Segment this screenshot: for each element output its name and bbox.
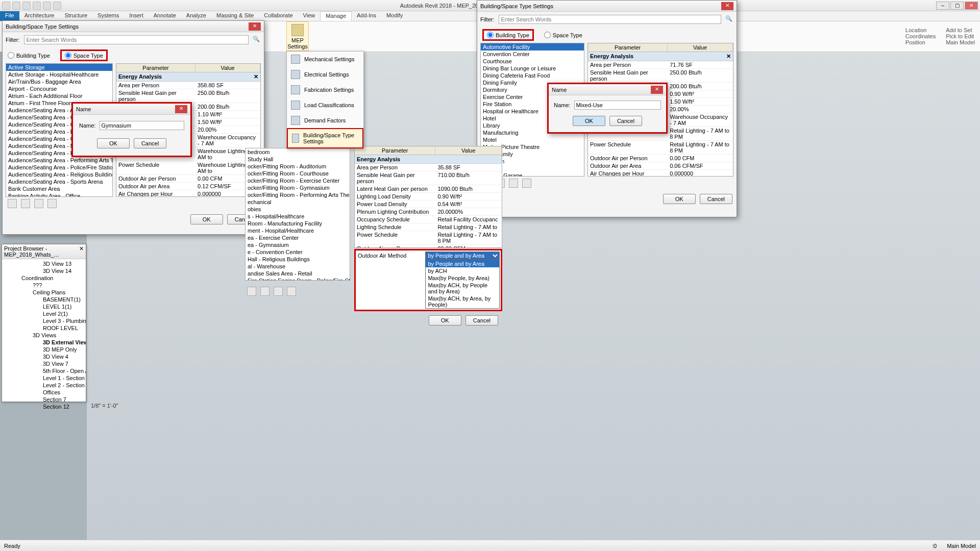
rename-icon[interactable]	[509, 179, 518, 188]
space-type-radio[interactable]: Space Type	[544, 29, 582, 41]
list-item[interactable]: e - Convention Center	[246, 248, 350, 256]
tree-node[interactable]: Level 2(1)	[3, 310, 85, 317]
duplicate-icon[interactable]	[21, 199, 30, 208]
energy-category[interactable]: Energy Analysis✕	[588, 52, 733, 61]
list-item[interactable]: Dining Bar Lounge or Leisure	[481, 65, 584, 72]
tree-node[interactable]: Level 3 - Plumbin	[3, 317, 85, 324]
cancel-button[interactable]: Cancel	[134, 138, 166, 148]
redo-icon[interactable]	[43, 2, 51, 10]
tree-node[interactable]: 3D Views	[3, 332, 85, 339]
list-item[interactable]: Audience/Seating Area - Sports Arena	[6, 178, 112, 185]
list-item[interactable]: Active Storage - Hospital/Healthcare	[6, 71, 112, 78]
list-item[interactable]: al - Warehouse	[246, 263, 350, 270]
tab-structure[interactable]: Structure	[59, 11, 92, 21]
list-item[interactable]: ea - Gymnasium	[246, 241, 350, 248]
dropdown-option[interactable]: by ACH	[426, 267, 499, 274]
ok-button[interactable]: OK	[97, 138, 130, 148]
tree-node[interactable]: Offices	[3, 389, 85, 396]
param-value[interactable]: 20.00 CFM	[435, 245, 502, 248]
list-item[interactable]: ea - Exercise Center	[246, 234, 350, 241]
list-item[interactable]: Hall - Religious Buildings	[246, 256, 350, 263]
tree-node[interactable]: Section 7	[3, 396, 85, 403]
param-value[interactable]: 20.00%	[195, 126, 260, 133]
name-input[interactable]	[574, 101, 661, 110]
add-to-set-button[interactable]: Add to Set	[946, 27, 975, 33]
list-item[interactable]: Audience/Seating Area - Religious Buildi…	[6, 171, 112, 178]
tree-node[interactable]: Level 2 - Section	[3, 382, 85, 389]
param-value[interactable]: Retail Lighting - 7 AM to 8 PM	[435, 231, 502, 244]
location-button[interactable]: Location	[905, 27, 936, 33]
print-icon[interactable]	[53, 2, 61, 10]
open-icon[interactable]	[12, 2, 20, 10]
list-item[interactable]: ocker/Fitting Room - Gymnasium	[246, 184, 350, 191]
menu-electrical-settings[interactable]: Electrical Settings	[287, 67, 363, 82]
close-icon[interactable]: ✕	[651, 86, 663, 94]
outdoor-air-method-select[interactable]: by People and by Area	[425, 252, 500, 260]
param-value[interactable]: 71.76 SF	[668, 61, 733, 68]
param-value[interactable]: 1.10 W/ft²	[195, 111, 260, 118]
param-value[interactable]: Retail Lighting - 7 AM to 8 PM	[668, 141, 733, 154]
param-value[interactable]: Retail Lighting - 7 AM to	[435, 223, 502, 231]
tree-node[interactable]: LEVEL 1(1)	[3, 303, 85, 310]
tree-node[interactable]: ???	[3, 282, 85, 289]
list-item[interactable]: Banking Activity Area - Office	[6, 192, 112, 197]
list-item[interactable]: Convention Center	[481, 51, 584, 58]
new-icon[interactable]	[247, 287, 256, 296]
close-icon[interactable]: ✕	[721, 2, 733, 10]
tree-node[interactable]: 3D External View	[3, 339, 85, 346]
new-icon[interactable]	[8, 199, 17, 208]
param-value[interactable]: 0.06 CFM/SF	[668, 162, 733, 169]
tree-node[interactable]: 3D MEP Only	[3, 346, 85, 353]
param-value[interactable]: 200.00 Btu/h	[668, 83, 733, 90]
param-value[interactable]: 0.000000	[668, 170, 733, 177]
tree-node[interactable]: 3D View 4	[3, 353, 85, 360]
filter-input[interactable]	[499, 15, 722, 24]
tree-node[interactable]: 3D View 14	[3, 267, 85, 274]
tab-file[interactable]: File	[0, 11, 19, 21]
ok-button[interactable]: OK	[663, 194, 696, 204]
close-icon[interactable]: ✕	[965, 2, 978, 10]
building-type-radio[interactable]: Building Type	[8, 49, 50, 61]
param-value[interactable]: 1090.00 Btu/h	[435, 185, 502, 192]
param-value[interactable]: 35.88 SF	[435, 164, 502, 171]
minimize-icon[interactable]: –	[936, 2, 949, 10]
tab-modify[interactable]: Modify	[381, 11, 408, 21]
menu-load-classifications[interactable]: Load Classifications	[287, 97, 363, 113]
cancel-button[interactable]: Cancel	[465, 315, 498, 325]
undo-icon[interactable]	[33, 2, 41, 10]
param-value[interactable]: Warehouse Occupancy - 7 AM	[668, 113, 733, 127]
param-value[interactable]: 0.90 W/ft²	[668, 90, 733, 97]
tree-node[interactable]: 3D View 13	[3, 260, 85, 267]
energy-category[interactable]: Energy Analysis	[355, 155, 502, 164]
param-value[interactable]: Warehouse Occupancy - 7 AM	[195, 134, 260, 147]
list-item[interactable]: Automotive Facility	[481, 43, 584, 51]
list-item[interactable]: Audience/Seating Area - Police/Fire Stat…	[6, 164, 112, 171]
pick-to-edit-button[interactable]: Pick to Edit	[946, 33, 975, 39]
tab-view[interactable]: View	[298, 11, 321, 21]
close-icon[interactable]: ✕	[249, 22, 261, 31]
menu-fabrication-settings[interactable]: Fabrication Settings	[287, 82, 363, 97]
rename-icon[interactable]	[34, 199, 43, 208]
rename-icon[interactable]	[274, 287, 283, 296]
dropdown-option[interactable]: by People and by Area	[426, 260, 499, 267]
building-type-radio[interactable]: Building Type	[482, 29, 534, 41]
position-button[interactable]: Position	[905, 39, 936, 45]
list-item[interactable]: Atrium - Each Additional Floor	[6, 92, 112, 99]
param-value[interactable]: 20.0000%	[435, 208, 502, 215]
list-item[interactable]: Courthouse	[481, 58, 584, 65]
tree-node[interactable]: BASEMENT(1)	[3, 296, 85, 303]
search-icon[interactable]: 🔍	[253, 36, 261, 44]
delete-icon[interactable]	[287, 287, 296, 296]
ok-button[interactable]: OK	[190, 214, 223, 224]
duplicate-icon[interactable]	[260, 287, 270, 296]
ok-button[interactable]: OK	[573, 116, 605, 126]
param-value[interactable]: 0.00 CFM	[668, 155, 733, 162]
dropdown-option[interactable]: Max(by ACH, by Area, by People)	[426, 295, 499, 308]
tab-insert[interactable]: Insert	[124, 11, 149, 21]
space-type-radio[interactable]: Space Type	[60, 49, 108, 61]
param-value[interactable]: 20.00%	[668, 106, 733, 113]
tab-manage[interactable]: Manage	[320, 11, 352, 21]
close-icon[interactable]: ✕	[79, 245, 84, 258]
tab-architecture[interactable]: Architecture	[19, 11, 60, 21]
scale-label[interactable]: 1/8" = 1'-0"	[91, 403, 118, 409]
